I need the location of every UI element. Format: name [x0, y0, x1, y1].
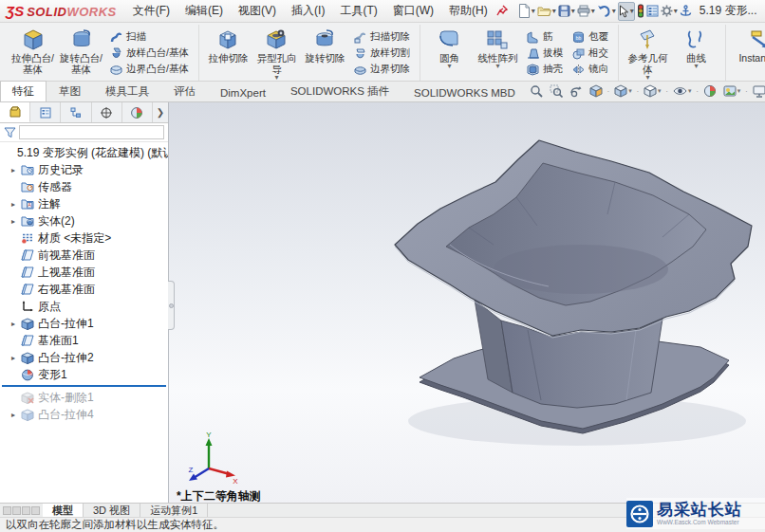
- tree-item-front-plane[interactable]: 前视基准面: [0, 247, 168, 264]
- tab-scroll-prev-icon[interactable]: [12, 506, 21, 515]
- tree-item-right-plane[interactable]: 右视基准面: [0, 281, 168, 298]
- menu-view[interactable]: 视图(V): [232, 0, 283, 22]
- tree-item-plane1[interactable]: 基准面1: [0, 332, 168, 349]
- instant3d-button[interactable]: Instant3D: [732, 27, 765, 64]
- tab-evaluate[interactable]: 评估: [161, 81, 208, 101]
- zoom-to-fit-icon[interactable]: [528, 83, 545, 99]
- menu-edit[interactable]: 编辑(E): [178, 0, 230, 22]
- tree-item-material[interactable]: 材质 <未指定>: [0, 229, 168, 247]
- expand-arrow-icon[interactable]: ▸: [11, 354, 21, 362]
- menu-help[interactable]: 帮助(H): [442, 0, 494, 22]
- extruded-boss-button[interactable]: 拉伸凸台/基体: [9, 27, 56, 76]
- undo-button[interactable]: ▾: [597, 2, 616, 21]
- rib-button[interactable]: 筋: [523, 29, 567, 45]
- tree-item-history[interactable]: ▸ 历史记录: [0, 161, 168, 178]
- tab-scroll-controls[interactable]: [0, 504, 43, 517]
- tree-item-deform1[interactable]: 变形1: [0, 366, 168, 383]
- tab-scroll-last-icon[interactable]: [31, 506, 40, 515]
- display-style-icon[interactable]: ▾: [642, 83, 663, 99]
- menu-insert[interactable]: 插入(I): [285, 0, 331, 22]
- linear-pattern-button[interactable]: 线性阵列 ▾: [475, 27, 521, 70]
- flyout-arrow[interactable]: ▾: [625, 75, 671, 81]
- tree-item-boss-extrude1[interactable]: ▸ 凸台-拉伸1: [0, 315, 168, 332]
- fillet-button[interactable]: 圆角 ▾: [426, 27, 473, 70]
- zoom-to-area-icon[interactable]: [548, 83, 565, 99]
- menu-tools[interactable]: 工具(T): [333, 0, 383, 22]
- configurationmanager-tab[interactable]: [61, 102, 91, 122]
- select-cursor-button[interactable]: ▾: [618, 2, 635, 21]
- anchor-tool-icon[interactable]: [680, 2, 692, 21]
- tab-sketch[interactable]: 草图: [47, 81, 93, 101]
- save-button[interactable]: ▾: [558, 2, 575, 21]
- lofted-boss-button[interactable]: 放样凸台/基体: [106, 46, 193, 61]
- expand-arrow-icon[interactable]: ▸: [11, 166, 21, 174]
- extruded-cut-button[interactable]: 拉伸切除: [205, 27, 252, 64]
- tab-model[interactable]: 模型: [43, 504, 84, 517]
- tab-features[interactable]: 特征: [0, 81, 47, 101]
- expand-arrow-icon[interactable]: ▸: [11, 411, 21, 419]
- file-properties-button[interactable]: [646, 2, 659, 21]
- panel-splitter-handle[interactable]: [168, 281, 175, 330]
- revolved-cut-button[interactable]: 旋转切除: [302, 27, 348, 64]
- tree-filter-input[interactable]: [19, 125, 164, 139]
- revolved-boss-button[interactable]: 旋转凸台/基体: [58, 27, 104, 76]
- tree-item-boss-extrude2[interactable]: ▸ 凸台-拉伸2: [0, 349, 168, 366]
- view-orientation-icon[interactable]: ▾: [612, 83, 634, 99]
- featuremanager-tab[interactable]: [0, 102, 30, 122]
- swept-cut-button[interactable]: 扫描切除: [350, 29, 414, 45]
- dimxpertmanager-tab[interactable]: [92, 102, 122, 122]
- menu-window[interactable]: 窗口(W): [386, 0, 440, 22]
- reference-geometry-button[interactable]: 参考几何体 ▾: [625, 27, 671, 82]
- flower-pot-model[interactable]: [169, 102, 765, 503]
- tab-motion-study1[interactable]: 运动算例1: [140, 504, 208, 517]
- lofted-cut-button[interactable]: 放样切割: [350, 46, 414, 61]
- rebuild-traffic-light-icon[interactable]: [637, 2, 644, 21]
- panel-flyout-arrow[interactable]: ❯: [153, 102, 168, 122]
- tree-item-annotations[interactable]: ▸ A 注解: [0, 195, 168, 212]
- previous-view-icon[interactable]: [568, 83, 585, 99]
- pin-menu-icon[interactable]: [496, 2, 509, 21]
- view-settings-icon[interactable]: ▾: [751, 84, 765, 99]
- menu-file[interactable]: 文件(F): [126, 0, 177, 22]
- tree-item-origin[interactable]: 原点: [0, 298, 168, 315]
- apply-scene-icon[interactable]: ▾: [721, 83, 743, 99]
- flyout-arrow[interactable]: ▾: [475, 64, 521, 69]
- propertymanager-tab[interactable]: [30, 102, 61, 122]
- tree-item-boss-extrude4[interactable]: ▸ 凸台-拉伸4: [0, 406, 168, 423]
- tab-scroll-next-icon[interactable]: [22, 506, 30, 515]
- tree-item-top-plane[interactable]: 上视基准面: [0, 264, 168, 281]
- tab-mold-tools[interactable]: 模具工具: [93, 81, 161, 101]
- flyout-arrow[interactable]: ▾: [673, 64, 719, 69]
- draft-button[interactable]: 拔模: [523, 46, 567, 61]
- print-button[interactable]: ▾: [577, 2, 595, 21]
- expand-arrow-icon[interactable]: ▸: [11, 217, 21, 226]
- boundary-boss-button[interactable]: 边界凸台/基体: [106, 62, 193, 77]
- mirror-button[interactable]: 镜向: [569, 62, 612, 77]
- swept-boss-button[interactable]: 扫描: [106, 29, 193, 45]
- tab-solidworks-mbd[interactable]: SOLIDWORKS MBD: [401, 83, 528, 101]
- options-gear-button[interactable]: ▾: [661, 2, 678, 21]
- boundary-cut-button[interactable]: 边界切除: [350, 62, 414, 77]
- tab-scroll-first-icon[interactable]: [3, 506, 11, 515]
- expand-arrow-icon[interactable]: ▸: [11, 200, 21, 209]
- tree-item-solid-bodies[interactable]: ▸ 实体(2): [0, 212, 168, 229]
- tree-item-sensors[interactable]: 传感器: [0, 178, 168, 195]
- graphics-viewport[interactable]: Y X Z *上下二等角轴测: [169, 102, 765, 503]
- rollback-bar[interactable]: [2, 385, 166, 387]
- section-view-icon[interactable]: [588, 83, 605, 99]
- new-file-button[interactable]: ▾: [518, 2, 535, 21]
- shell-button[interactable]: 抽壳: [523, 62, 567, 77]
- tree-item-body-delete1[interactable]: 实体-删除1: [0, 389, 168, 406]
- filter-funnel-icon[interactable]: [4, 126, 16, 138]
- hole-wizard-button[interactable]: 异型孔向导 ▾: [253, 27, 300, 82]
- curves-button[interactable]: 曲线 ▾: [673, 27, 719, 70]
- hide-show-items-icon[interactable]: ▾: [671, 84, 694, 98]
- edit-appearance-icon[interactable]: [701, 83, 718, 99]
- tab-dimxpert[interactable]: DimXpert: [208, 83, 278, 101]
- tab-solidworks-addins[interactable]: SOLIDWORKS 插件: [278, 81, 401, 101]
- wrap-button[interactable]: bb 包覆: [569, 29, 612, 45]
- expand-arrow-icon[interactable]: ▸: [11, 320, 21, 328]
- tree-root-part[interactable]: 5.19 变形实例 (花盆建模) (默认<<默: [0, 144, 168, 161]
- displaymanager-tab[interactable]: [122, 102, 153, 122]
- intersect-button[interactable]: 相交: [569, 46, 612, 61]
